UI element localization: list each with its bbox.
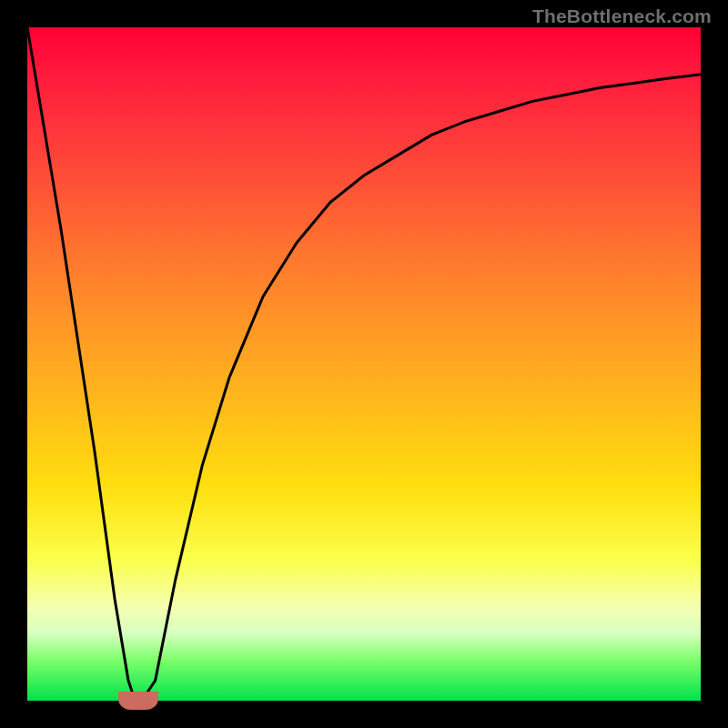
bottleneck-curve bbox=[27, 27, 701, 701]
optimal-point-marker bbox=[118, 692, 158, 710]
plot-area bbox=[27, 27, 701, 701]
curve-path bbox=[27, 27, 701, 701]
chart-frame: TheBottleneck.com bbox=[0, 0, 728, 728]
watermark-text: TheBottleneck.com bbox=[532, 5, 712, 27]
